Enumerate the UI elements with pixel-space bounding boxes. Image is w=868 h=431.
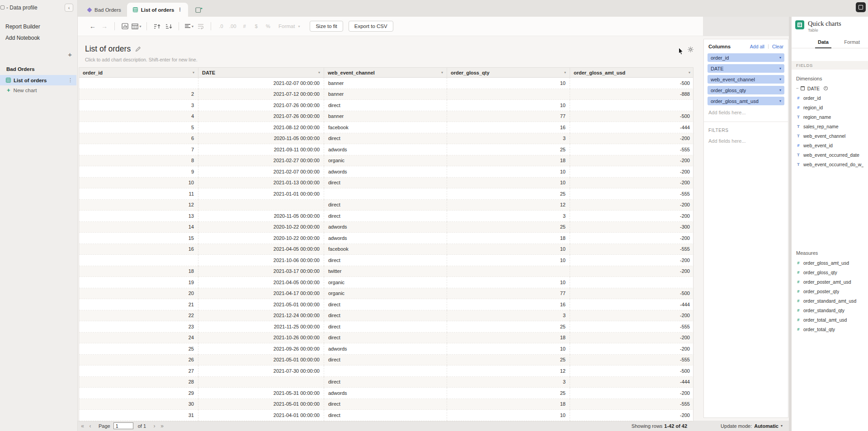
columns-add-fields[interactable]: Add fields here... <box>704 105 788 119</box>
column-pill[interactable]: order_gloss_qty▾ <box>708 86 784 94</box>
element-type-icon[interactable]: ▾ <box>131 20 142 32</box>
table-cell[interactable]: 9 <box>79 166 198 178</box>
table-cell[interactable]: 16 <box>447 122 570 133</box>
sheet-title[interactable]: List of orders <box>85 44 131 54</box>
next-page-icon[interactable]: › <box>151 423 158 429</box>
table-cell[interactable]: 30 <box>79 399 198 410</box>
table-cell[interactable]: 2021-10-26 00:00:00 <box>198 333 324 344</box>
table-cell[interactable]: 2021-11-25 00:00:00 <box>198 321 324 333</box>
table-cell[interactable]: 2021-10-06 00:00:00 <box>198 255 324 266</box>
table-cell[interactable]: 77 <box>447 288 570 300</box>
table-cell[interactable]: 25 <box>447 144 570 155</box>
dimension-field[interactable]: Tweb_event_channel <box>792 131 868 141</box>
dimension-field[interactable]: Tsales_rep_name <box>792 122 868 131</box>
currency-icon[interactable]: $ <box>250 20 262 32</box>
table-cell[interactable]: 23 <box>79 321 198 333</box>
table-cell[interactable]: 10 <box>447 78 570 89</box>
table-cell[interactable]: 2021-05-01 00:00:00 <box>198 299 324 310</box>
measure-field[interactable]: #order_poster_qty <box>792 286 868 296</box>
table-cell[interactable]: -200 <box>570 178 694 189</box>
measure-field[interactable]: #order_standard_qty <box>792 305 868 315</box>
table-cell[interactable]: 18 <box>447 233 570 244</box>
table-cell[interactable]: direct <box>324 211 447 222</box>
add-notebook-link[interactable]: Add Notebook <box>5 35 40 41</box>
table-cell[interactable]: direct <box>324 100 447 111</box>
table-cell[interactable]: -200 <box>570 343 694 355</box>
table-cell[interactable]: -200 <box>570 266 694 277</box>
table-cell[interactable]: 2 <box>79 89 198 100</box>
table-cell[interactable]: adwords <box>324 166 447 178</box>
table-cell[interactable] <box>198 377 324 388</box>
dimension-field[interactable]: −DATE <box>792 84 868 93</box>
table-cell[interactable]: 10 <box>447 343 570 355</box>
sheet-description-placeholder[interactable]: Click to add chart description. Shift-en… <box>85 57 198 62</box>
dimension-field[interactable]: Tregion_name <box>792 112 868 122</box>
table-cell[interactable]: -200 <box>570 310 694 322</box>
size-to-fit-button[interactable]: Size to fit <box>310 21 343 32</box>
table-cell[interactable]: -555 <box>570 244 694 255</box>
table-cell[interactable]: 2021-09-26 00:00:00 <box>198 343 324 355</box>
table-cell[interactable]: 10 <box>79 178 198 189</box>
table-cell[interactable] <box>79 78 198 89</box>
wrap-text-icon[interactable] <box>195 20 207 32</box>
table-cell[interactable]: 2021-07-30 00:00:00 <box>198 365 324 377</box>
table-cell[interactable]: -555 <box>570 144 694 155</box>
new-tab-button[interactable] <box>195 3 203 17</box>
table-cell[interactable]: -555 <box>570 321 694 333</box>
table-cell[interactable]: 5 <box>79 122 198 133</box>
sidebar-item-list-of-orders[interactable]: List of orders ⋮ <box>0 75 76 85</box>
column-pill[interactable]: order_id▾ <box>708 53 784 62</box>
table-cell[interactable]: 14 <box>79 222 198 233</box>
page-input[interactable] <box>113 422 133 429</box>
table-cell[interactable]: 2021-04-01 00:00:00 <box>198 410 324 421</box>
redo-icon[interactable]: → <box>99 20 110 32</box>
chevron-down-icon[interactable]: ▾ <box>686 70 690 75</box>
table-cell[interactable]: 10 <box>447 277 570 288</box>
chevron-down-icon[interactable]: ▾ <box>777 56 781 60</box>
table-cell[interactable]: 2021-01-13 00:00:00 <box>198 178 324 189</box>
dimension-field[interactable]: Tweb_event_occurred_do_w_n <box>792 159 868 169</box>
table-cell[interactable] <box>570 277 694 288</box>
table-cell[interactable]: 18 <box>79 266 198 277</box>
table-cell[interactable]: 25 <box>447 388 570 399</box>
chevron-down-icon[interactable]: ▾ <box>777 88 781 92</box>
tab-format[interactable]: Format <box>841 39 863 48</box>
table-cell[interactable]: 3 <box>447 310 570 322</box>
decimal-increase-icon[interactable]: .00 <box>227 20 239 32</box>
dimension-field[interactable]: Tweb_event_occurred_date <box>792 150 868 159</box>
table-cell[interactable]: 2021-12-24 00:00:00 <box>198 310 324 322</box>
table-cell[interactable]: 29 <box>79 388 198 399</box>
table-cell[interactable]: banner <box>324 89 447 100</box>
table-cell[interactable]: direct <box>324 178 447 189</box>
table-cell[interactable]: direct <box>324 310 447 322</box>
measure-field[interactable]: #order_poster_amt_usd <box>792 277 868 286</box>
table-cell[interactable]: banner <box>324 111 447 122</box>
table-cell[interactable]: direct <box>324 355 447 366</box>
chart-icon[interactable] <box>119 20 131 32</box>
table-cell[interactable]: 21 <box>79 299 198 310</box>
table-cell[interactable]: banner <box>324 78 447 89</box>
table-cell[interactable]: direct <box>324 255 447 266</box>
table-cell[interactable]: 3 <box>447 133 570 145</box>
table-cell[interactable]: 13 <box>79 211 198 222</box>
table-cell[interactable]: -444 <box>570 377 694 388</box>
column-header[interactable]: web_event_channel▾ <box>324 68 447 77</box>
table-cell[interactable]: -200 <box>570 166 694 178</box>
table-cell[interactable]: 6 <box>79 133 198 145</box>
chevron-down-icon[interactable]: ▾ <box>316 70 320 75</box>
table-cell[interactable]: -444 <box>570 122 694 133</box>
tab-bad-orders[interactable]: Bad Orders <box>82 3 127 17</box>
table-cell[interactable]: 8 <box>79 155 198 167</box>
update-mode-dropdown[interactable]: Update mode: Automatic ▾ <box>721 423 783 429</box>
table-cell[interactable]: -200 <box>570 155 694 167</box>
table-cell[interactable]: 3 <box>447 211 570 222</box>
table-cell[interactable]: 25 <box>79 343 198 355</box>
table-cell[interactable]: 2021-04-05 00:00:00 <box>198 277 324 288</box>
table-cell[interactable]: 3 <box>447 377 570 388</box>
table-cell[interactable]: adwords <box>324 388 447 399</box>
table-cell[interactable]: -300 <box>570 222 694 233</box>
table-cell[interactable]: 2021-07-12 00:00:00 <box>198 89 324 100</box>
table-cell[interactable]: 2021-02-07 00:00:00 <box>198 78 324 89</box>
table-cell[interactable]: 26 <box>79 355 198 366</box>
table-cell[interactable] <box>447 89 570 100</box>
